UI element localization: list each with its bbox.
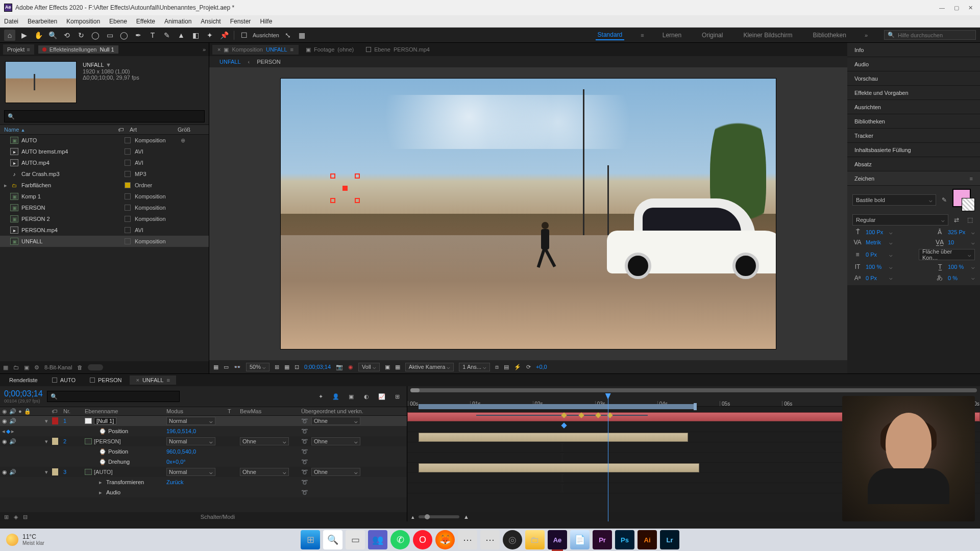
parent-pickwhip-icon[interactable]: ➰ xyxy=(301,469,308,475)
layer-color-tag[interactable] xyxy=(52,468,58,475)
color-tag[interactable] xyxy=(125,148,131,155)
puppet-tool-icon[interactable]: 📌 xyxy=(218,30,230,41)
close-tab-icon[interactable]: × xyxy=(136,377,139,383)
workspace-bibliotheken[interactable]: Bibliotheken xyxy=(811,31,848,40)
parent-dropdown[interactable]: Ohne⌵ xyxy=(311,468,360,476)
col-tag-icon[interactable]: 🏷 xyxy=(113,127,128,133)
mask-icon[interactable]: 👓 xyxy=(234,364,241,370)
minimize-button[interactable]: — xyxy=(939,5,945,11)
kerning-value[interactable]: Metrik xyxy=(866,239,886,245)
resolution-dropdown[interactable]: Voll⌵ xyxy=(358,363,380,371)
timeline-layer[interactable]: ◉🔊▾1[Null 1]Normal⌵➰Ohne⌵ xyxy=(0,416,407,426)
taskbar-teams-icon[interactable]: 👥 xyxy=(368,530,387,549)
parent-pickwhip-icon[interactable]: ➰ xyxy=(301,448,308,455)
timeline-tab-person[interactable]: PERSON xyxy=(84,375,128,385)
panel-vorschau[interactable]: Vorschau xyxy=(847,71,980,86)
color-tag[interactable] xyxy=(125,160,131,166)
visibility-toggle-icon[interactable]: ◉ xyxy=(2,469,7,475)
layer-twisty-icon[interactable]: ▾ xyxy=(45,418,50,424)
close-tab-icon[interactable]: × xyxy=(217,46,220,53)
color-tag[interactable] xyxy=(125,227,131,233)
taskbar-gen-icon[interactable]: ⋯ xyxy=(480,530,500,549)
col-nr[interactable]: Nr. xyxy=(63,408,85,414)
taskbar-np-icon[interactable]: 📄 xyxy=(570,530,590,549)
tl-motion-blur-icon[interactable]: ◐ xyxy=(361,391,372,402)
color-tag[interactable] xyxy=(125,193,131,199)
layer-twisty-icon[interactable]: ▾ xyxy=(45,469,50,475)
text-tool-icon[interactable]: T xyxy=(147,30,158,41)
roto-tool-icon[interactable]: ✦ xyxy=(204,30,215,41)
transparency-icon[interactable]: ▦ xyxy=(395,364,400,370)
layer-name-input[interactable]: [Null 1] xyxy=(94,417,116,424)
guides-icon[interactable]: ⊡ xyxy=(295,364,299,370)
time-navigator[interactable] xyxy=(410,388,977,392)
tl-toggle-2-icon[interactable]: ◈ xyxy=(14,514,18,520)
channel-icon[interactable]: ◉ xyxy=(348,364,353,370)
leading-value[interactable]: 325 Px xyxy=(948,229,968,235)
tl-comp-button-icon[interactable]: ✦ xyxy=(315,391,326,402)
layer-color-tag[interactable] xyxy=(52,417,58,424)
stroke-value[interactable]: 0 Px xyxy=(866,252,886,258)
color-tag[interactable] xyxy=(125,182,131,188)
taskbar-ae-icon[interactable]: Ae xyxy=(548,530,567,549)
res-icon[interactable]: ⊞ xyxy=(275,364,279,370)
audio-toggle-icon[interactable]: 🔊 xyxy=(9,469,16,475)
color-tag[interactable] xyxy=(125,205,131,211)
parent-pickwhip-icon[interactable]: ➰ xyxy=(301,479,308,485)
track-matte-dropdown[interactable]: Ohne⌵ xyxy=(240,468,289,476)
timeline-layer[interactable]: ◉🔊▾3[AUTO]Normal⌵Ohne⌵➰Ohne⌵ xyxy=(0,467,407,477)
time-zoom-slider[interactable] xyxy=(419,515,459,518)
menu-animation[interactable]: Animation xyxy=(164,18,191,25)
stopwatch-icon[interactable]: ⌚ xyxy=(99,448,106,455)
menu-hilfe[interactable]: Hilfe xyxy=(260,18,272,25)
help-search-input[interactable] xyxy=(898,32,972,38)
col-name[interactable]: Name ▲ xyxy=(4,127,111,133)
fast-preview-icon[interactable]: ⚡ xyxy=(514,364,521,370)
orbit-tool-icon[interactable]: ⟲ xyxy=(61,30,72,41)
parent-pickwhip-icon[interactable]: ➰ xyxy=(301,428,308,434)
ellipse-tool-icon[interactable]: ◯ xyxy=(118,30,130,41)
tl-brain-icon[interactable]: ⊞ xyxy=(391,391,403,402)
parent-pickwhip-icon[interactable]: ➰ xyxy=(301,418,308,424)
eyedropper-icon[interactable]: ✎ xyxy=(939,196,949,204)
panel-ausrichten[interactable]: Ausrichten xyxy=(847,100,980,114)
taskbar-wa-icon[interactable]: ✆ xyxy=(390,530,410,549)
footer-toggle[interactable] xyxy=(88,364,103,370)
help-search[interactable]: 🔍 xyxy=(884,30,976,40)
taskbar-ps-icon[interactable]: Ps xyxy=(615,530,634,549)
maximize-button[interactable]: ▢ xyxy=(954,5,959,11)
project-tab[interactable]: Projekt≡ xyxy=(3,44,34,55)
timeline-tab-unfall[interactable]: ×UNFALL ≡ xyxy=(130,375,176,385)
ausrichten-label[interactable]: Ausrichten xyxy=(253,32,279,38)
font-family-dropdown[interactable]: Bastile bold⌵ xyxy=(852,194,936,206)
taskbar-lr-icon[interactable]: Lr xyxy=(660,530,679,549)
visibility-toggle-icon[interactable]: ◉ xyxy=(2,438,7,445)
new-folder-icon[interactable]: 🗀 xyxy=(13,364,19,370)
comp-name[interactable]: UNFALL xyxy=(83,62,104,68)
font-size-value[interactable]: 100 Px xyxy=(866,229,886,235)
layer-property[interactable]: ⌚ Drehung0x+0,0°➰ xyxy=(0,457,407,467)
parent-pickwhip-icon[interactable]: ➰ xyxy=(301,438,308,445)
color-tag[interactable] xyxy=(125,238,131,244)
refresh-icon[interactable]: ⟳ xyxy=(526,364,531,370)
col-art[interactable]: Art xyxy=(130,127,176,133)
panel-tracker[interactable]: Tracker xyxy=(847,129,980,143)
snapshot-icon[interactable]: 📷 xyxy=(336,364,343,370)
next-keyframe-icon[interactable]: ▸ xyxy=(11,428,14,435)
color-tag[interactable] xyxy=(125,216,131,222)
project-search[interactable]: 🔍 xyxy=(4,110,205,122)
zoom-out-icon[interactable]: ▴ xyxy=(411,514,414,520)
settings-icon[interactable]: ⚙ xyxy=(34,364,39,371)
panel-info[interactable]: Info xyxy=(847,43,980,57)
tl-toggle-3-icon[interactable]: ⊟ xyxy=(23,514,28,520)
exposure-value[interactable]: +0,0 xyxy=(536,364,547,370)
taskbar-pr-icon[interactable]: Pr xyxy=(593,530,612,549)
taskbar-win-icon[interactable]: ⊞ xyxy=(301,530,320,549)
panel-bibliotheken[interactable]: Bibliotheken xyxy=(847,114,980,129)
ruler-tick[interactable]: 00s xyxy=(408,401,418,406)
keyframe[interactable] xyxy=(561,422,567,428)
brush-tool-icon[interactable]: ✎ xyxy=(161,30,173,41)
viewer-tab[interactable]: Ebene PERSON.mp4 xyxy=(361,45,435,54)
work-area[interactable] xyxy=(419,404,694,409)
project-item[interactable]: ▣PERSONKomposition xyxy=(0,202,209,213)
